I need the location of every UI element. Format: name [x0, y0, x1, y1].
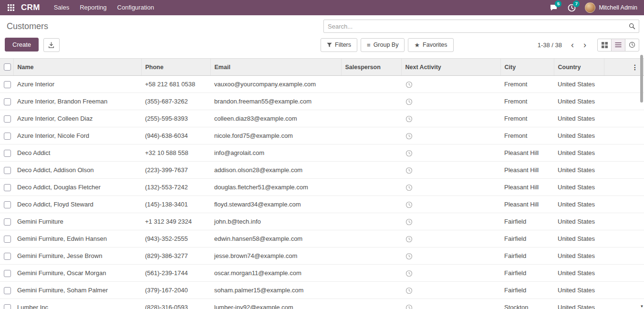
- cell-next-activity: [401, 144, 500, 162]
- cell-next-activity: [401, 127, 500, 144]
- customer-row[interactable]: Gemini Furniture, Oscar Morgan (561)-239…: [0, 265, 644, 282]
- menu-configuration[interactable]: Configuration: [112, 0, 159, 15]
- scrollbar-thumb[interactable]: [640, 55, 643, 103]
- next-activity-clock-icon[interactable]: [405, 201, 413, 208]
- optional-columns-icon[interactable]: ⋮: [630, 63, 640, 71]
- cell-email: floyd.steward34@example.com: [210, 196, 341, 213]
- cell-salesperson: [341, 144, 401, 162]
- cell-name: Deco Addict: [13, 144, 141, 162]
- column-header-name[interactable]: Name: [13, 59, 141, 76]
- next-activity-clock-icon[interactable]: [405, 150, 413, 157]
- row-checkbox[interactable]: [4, 201, 11, 208]
- column-header-phone[interactable]: Phone: [141, 59, 210, 76]
- vertical-scrollbar[interactable]: ▼: [640, 53, 644, 309]
- row-checkbox[interactable]: [4, 287, 11, 294]
- apps-menu-icon[interactable]: [5, 0, 17, 15]
- cell-email: brandon.freeman55@example.com: [210, 93, 341, 110]
- kanban-view-button[interactable]: [597, 39, 612, 52]
- next-activity-clock-icon[interactable]: [405, 115, 413, 123]
- next-activity-clock-icon[interactable]: [405, 98, 413, 105]
- cell-name: Azure Interior, Nicole Ford: [13, 127, 141, 144]
- cell-next-activity: [401, 76, 500, 93]
- next-activity-clock-icon[interactable]: [405, 236, 413, 243]
- customer-row[interactable]: Gemini Furniture, Edwin Hansen (943)-352…: [0, 230, 644, 247]
- row-checkbox[interactable]: [4, 184, 11, 191]
- favorites-button[interactable]: ★ Favorites: [408, 38, 453, 52]
- row-checkbox[interactable]: [4, 167, 11, 174]
- customer-row[interactable]: Deco Addict, Floyd Steward (145)-138-340…: [0, 196, 644, 213]
- pager-previous-icon[interactable]: ‹: [567, 40, 578, 50]
- cell-next-activity: [401, 162, 500, 179]
- cell-next-activity: [401, 230, 500, 247]
- avatar: [585, 2, 595, 13]
- export-button[interactable]: [43, 38, 60, 52]
- column-header-city[interactable]: City: [500, 59, 554, 76]
- next-activity-clock-icon[interactable]: [405, 81, 413, 88]
- messages-badge: 5: [555, 0, 561, 7]
- cell-city: Pleasant Hill: [500, 196, 554, 213]
- next-activity-clock-icon[interactable]: [405, 287, 413, 294]
- activities-menu[interactable]: 7: [567, 3, 576, 12]
- cell-salesperson: [341, 162, 401, 179]
- search-input[interactable]: [324, 23, 625, 30]
- group-by-button[interactable]: ≡ Group By: [361, 38, 405, 52]
- customer-row[interactable]: Azure Interior, Brandon Freeman (355)-68…: [0, 93, 644, 110]
- row-checkbox[interactable]: [4, 150, 11, 157]
- customer-row[interactable]: Deco Addict, Douglas Fletcher (132)-553-…: [0, 179, 644, 196]
- customer-row[interactable]: Azure Interior +58 212 681 0538 vauxoo@y…: [0, 76, 644, 93]
- filters-button[interactable]: Filters: [321, 38, 357, 52]
- next-activity-clock-icon[interactable]: [405, 133, 413, 140]
- app-title[interactable]: CRM: [21, 3, 40, 12]
- cell-salesperson: [341, 93, 401, 110]
- row-checkbox[interactable]: [4, 133, 11, 140]
- cell-city: Fairfield: [500, 230, 554, 247]
- menu-reporting[interactable]: Reporting: [74, 0, 112, 15]
- column-header-country[interactable]: Country: [554, 59, 604, 76]
- user-menu[interactable]: Mitchell Admin: [585, 2, 639, 13]
- row-checkbox[interactable]: [4, 270, 11, 277]
- next-activity-clock-icon[interactable]: [405, 218, 413, 226]
- customer-row[interactable]: Lumber Inc (828)-316-0593 lumber-inv92@e…: [0, 299, 644, 309]
- create-button[interactable]: Create: [5, 38, 39, 52]
- row-checkbox[interactable]: [4, 304, 11, 309]
- cell-name: Deco Addict, Floyd Steward: [13, 196, 141, 213]
- search-icon[interactable]: [625, 23, 639, 30]
- pager-next-icon[interactable]: ›: [579, 40, 591, 50]
- row-checkbox[interactable]: [4, 218, 11, 226]
- customer-row[interactable]: Gemini Furniture, Soham Palmer (379)-167…: [0, 282, 644, 299]
- next-activity-clock-icon[interactable]: [405, 253, 413, 260]
- next-activity-clock-icon[interactable]: [405, 304, 413, 309]
- customer-row[interactable]: Gemini Furniture, Jesse Brown (829)-386-…: [0, 247, 644, 265]
- menu-sales[interactable]: Sales: [49, 0, 75, 15]
- cell-city: Fairfield: [500, 265, 554, 282]
- activity-view-button[interactable]: [625, 39, 639, 52]
- list-view-button[interactable]: [611, 39, 625, 52]
- customer-row[interactable]: Deco Addict +32 10 588 558 info@agrolait…: [0, 144, 644, 162]
- next-activity-clock-icon[interactable]: [405, 167, 413, 174]
- row-checkbox[interactable]: [4, 98, 11, 105]
- messages-menu[interactable]: 5: [549, 3, 558, 12]
- next-activity-clock-icon[interactable]: [405, 184, 413, 191]
- customer-row[interactable]: Azure Interior, Nicole Ford (946)-638-60…: [0, 127, 644, 144]
- scroll-down-icon[interactable]: ▼: [640, 304, 644, 309]
- customer-row[interactable]: Azure Interior, Colleen Diaz (255)-595-8…: [0, 110, 644, 127]
- cell-salesperson: [341, 247, 401, 265]
- customer-row[interactable]: Gemini Furniture +1 312 349 2324 john.b@…: [0, 213, 644, 230]
- next-activity-clock-icon[interactable]: [405, 270, 413, 277]
- cell-salesperson: [341, 110, 401, 127]
- row-checkbox[interactable]: [4, 253, 11, 260]
- column-header-next-activity[interactable]: Next Activity: [401, 59, 500, 76]
- page-title[interactable]: Customers: [7, 21, 48, 31]
- cell-country: United States: [554, 213, 604, 230]
- column-header-salesperson[interactable]: Salesperson: [341, 59, 401, 76]
- cell-city: Fremont: [500, 110, 554, 127]
- select-all-checkbox[interactable]: [4, 63, 11, 71]
- cell-name: Lumber Inc: [13, 299, 141, 309]
- row-checkbox[interactable]: [4, 236, 11, 243]
- download-icon: [48, 42, 54, 48]
- row-checkbox[interactable]: [4, 115, 11, 123]
- row-checkbox[interactable]: [4, 81, 11, 88]
- customer-row[interactable]: Deco Addict, Addison Olson (223)-399-763…: [0, 162, 644, 179]
- column-header-email[interactable]: Email: [210, 59, 341, 76]
- cell-email: lumber-inv92@example.com: [210, 299, 341, 309]
